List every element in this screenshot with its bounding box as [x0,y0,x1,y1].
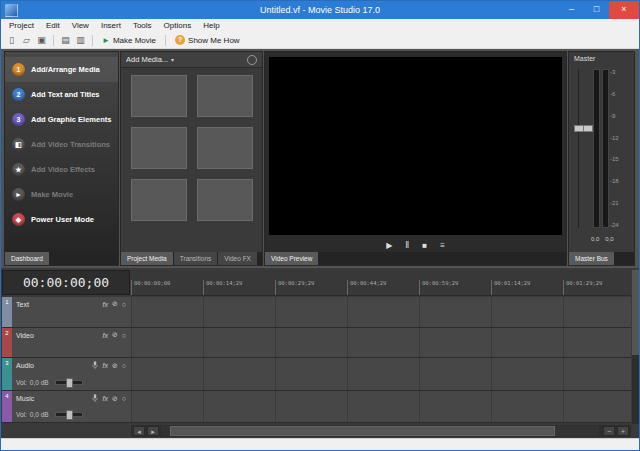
menubar: Project Edit View Insert Tools Options H… [1,19,639,32]
titlebar[interactable]: Untitled.vf - Movie Studio 17.0 – □ × [1,1,639,19]
scroll-left-icon[interactable]: ◂ [133,426,145,436]
minimize-button[interactable]: – [559,1,584,19]
tab-video-preview[interactable]: Video Preview [265,252,319,265]
import-media-icon[interactable]: ▥ [73,35,88,45]
project-properties-icon[interactable]: ▤ [58,35,73,45]
track-number-strip[interactable]: 1 [2,297,12,327]
stop-icon[interactable]: ■ [422,241,427,250]
zoom-out-icon[interactable]: − [603,426,615,436]
menu-tools[interactable]: Tools [127,19,158,32]
mute-icon[interactable]: ⊘ [112,331,118,339]
track-fx-icon[interactable]: fx [102,362,107,369]
db-label: -6 [610,91,619,97]
track-header-music[interactable]: 4 Music fx ⊘ ○ Vol: 0,0 dB [2,391,131,422]
menu-edit[interactable]: Edit [40,19,66,32]
video-preview-screen [269,57,562,235]
maximize-button[interactable]: □ [584,1,609,19]
volume-slider[interactable] [55,380,83,385]
media-thumbnail[interactable] [131,75,187,117]
horizontal-scroll-track[interactable] [161,426,599,436]
timeline-horizontal-scrollbar[interactable]: ◂ ▸ − + [131,425,631,437]
track-number-strip[interactable]: 3 [2,358,12,390]
track-number-strip[interactable]: 2 [2,328,12,357]
tab-video-fx[interactable]: Video FX [218,252,258,265]
solo-icon[interactable]: ○ [122,395,126,402]
add-media-button[interactable]: Add Media... [126,55,168,64]
volume-slider-thumb[interactable] [66,410,73,420]
track-lane-text[interactable] [132,297,631,327]
tab-master-bus[interactable]: Master Bus [569,252,615,265]
step-2-icon: 2 [12,88,25,101]
menu-project[interactable]: Project [3,19,40,32]
dashboard-panel: 1 Add/Arrange Media 2 Add Text and Title… [4,51,119,266]
track-header-text[interactable]: 1 Text fx ⊘ ○ [2,297,131,327]
microphone-icon[interactable] [92,361,98,370]
tab-dashboard[interactable]: Dashboard [5,252,50,265]
dashboard-item-add-graphic-elements[interactable]: 3 Add Graphic Elements [5,107,118,132]
timeline-ruler[interactable]: 00:00:00;00 00:00:14;29 00:00:29;29 00:0… [131,270,631,296]
make-movie-label: Make Movie [113,36,156,45]
track-header-video[interactable]: 2 Video fx ⊘ ○ [2,328,131,357]
track-header-audio[interactable]: 3 Audio fx ⊘ ○ Vol: 0,0 dB [2,358,131,390]
new-project-icon[interactable]: ▯ [4,35,19,45]
track-lane-music[interactable] [132,391,631,422]
track-lane-video[interactable] [132,328,631,357]
preview-menu-icon[interactable]: ≡ [440,241,445,250]
track-fx-icon[interactable]: fx [102,301,107,308]
solo-icon[interactable]: ○ [122,362,126,369]
menu-help[interactable]: Help [197,19,225,32]
timeline-vertical-scrollbar[interactable] [632,270,639,424]
track-lane-audio[interactable] [132,358,631,390]
main-area: 1 Add/Arrange Media 2 Add Text and Title… [1,49,639,268]
dashboard-item-add-video-transitions: ◧ Add Video Transitions [5,132,118,157]
horizontal-scroll-thumb[interactable] [170,426,555,436]
menu-insert[interactable]: Insert [95,19,127,32]
dashboard-list: 1 Add/Arrange Media 2 Add Text and Title… [5,52,118,232]
volume-slider[interactable] [55,412,83,417]
vertical-scroll-thumb[interactable] [632,270,639,355]
media-thumbnail[interactable] [197,127,253,169]
mute-icon[interactable]: ⊘ [112,362,118,370]
play-icon[interactable]: ▶ [386,241,392,250]
media-thumbnail[interactable] [197,179,253,221]
track-name: Audio [16,362,34,369]
dashboard-item-add-text-titles[interactable]: 2 Add Text and Titles [5,82,118,107]
ruler-label: 00:00:00;00 [134,280,170,286]
media-thumbnail[interactable] [131,179,187,221]
open-project-icon[interactable]: ▱ [19,35,34,45]
track-number-strip[interactable]: 4 [2,391,12,422]
microphone-icon[interactable] [92,394,98,403]
track-fx-icon[interactable]: fx [102,332,107,339]
tab-transitions[interactable]: Transitions [174,252,219,265]
mute-icon[interactable]: ⊘ [112,395,118,403]
volume-slider-thumb[interactable] [66,378,73,388]
save-project-icon[interactable]: ▣ [34,35,49,45]
solo-icon[interactable]: ○ [122,332,126,339]
peak-left: 0,0 [591,236,599,242]
show-me-how-button[interactable]: ? Show Me How [170,33,245,48]
master-fader-handle-right[interactable] [583,125,593,132]
media-thumbnail[interactable] [197,75,253,117]
menu-options[interactable]: Options [158,19,198,32]
zoom-in-icon[interactable]: + [617,426,629,436]
track-fx-icon[interactable]: fx [102,395,107,402]
pause-icon[interactable]: Ⅱ [405,241,409,250]
dashboard-item-add-arrange-media[interactable]: 1 Add/Arrange Media [5,57,118,82]
media-thumbnail[interactable] [131,127,187,169]
menu-view[interactable]: View [66,19,95,32]
media-options-icon[interactable] [247,55,257,65]
volume-label: Vol: [16,411,27,418]
dashboard-item-power-user-mode[interactable]: ◆ Power User Mode [5,207,118,232]
chevron-down-icon[interactable]: ▾ [171,56,174,63]
transitions-icon: ◧ [12,138,25,151]
close-button[interactable]: × [609,1,639,19]
mute-icon[interactable]: ⊘ [112,300,118,308]
tab-project-media[interactable]: Project Media [121,252,174,265]
timecode-display[interactable]: 00:00:00;00 [2,270,130,295]
db-label: -3 [610,69,619,75]
make-movie-step-icon: ► [12,188,25,201]
make-movie-button[interactable]: ► Make Movie [97,33,161,48]
solo-icon[interactable]: ○ [122,301,126,308]
dashboard-item-make-movie: ► Make Movie [5,182,118,207]
scroll-right-icon[interactable]: ▸ [147,426,159,436]
